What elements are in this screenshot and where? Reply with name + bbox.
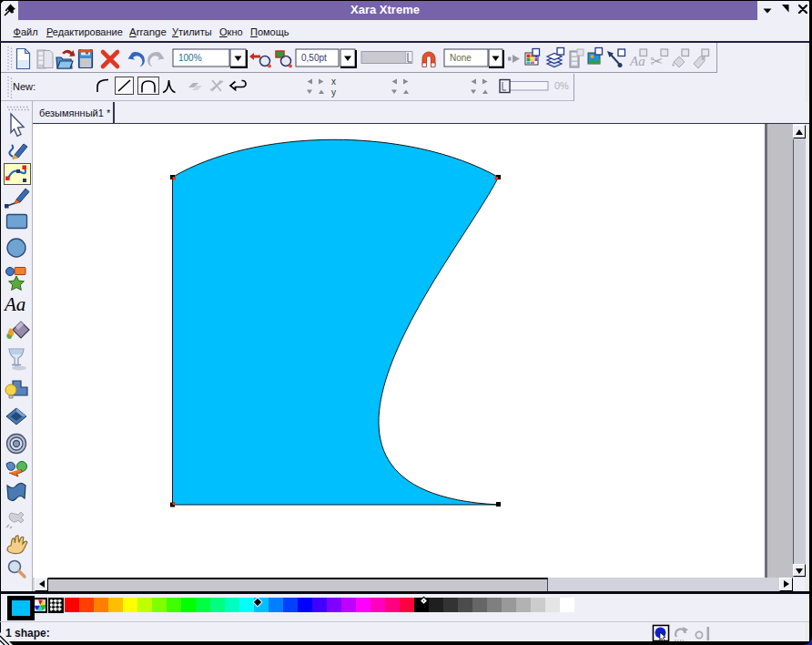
svg-text:Aa: Aa	[3, 293, 25, 315]
svg-text:100%: 100%	[178, 53, 202, 63]
svg-text:y: y	[331, 87, 336, 97]
svg-text:0,50pt: 0,50pt	[301, 53, 327, 63]
svg-text:x: x	[331, 77, 336, 87]
svg-text:0%: 0%	[554, 80, 569, 91]
svg-text:None: None	[450, 53, 472, 63]
